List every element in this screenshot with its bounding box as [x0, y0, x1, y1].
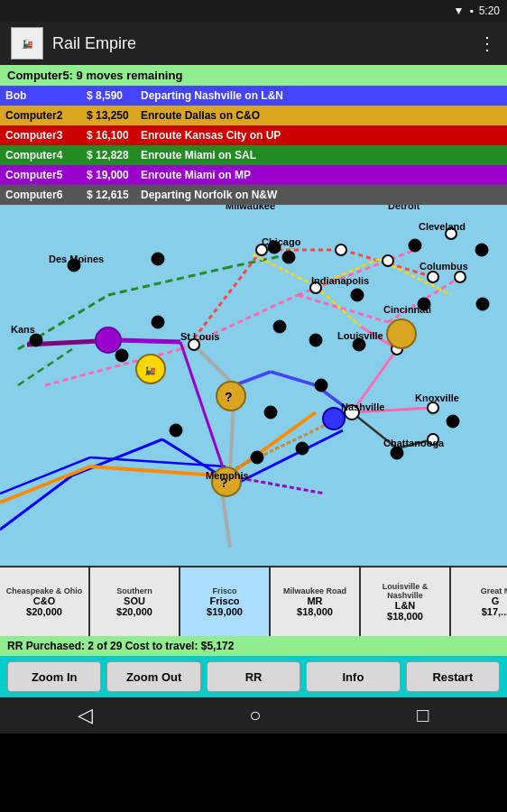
- player-row-c6: Computer6 $ 12,615 Departing Norfolk on …: [0, 185, 507, 205]
- map-area[interactable]: 🚂 ? ? Milwaukee Chicago Des Moines Detro…: [0, 205, 507, 566]
- battery-icon: ▪: [469, 5, 473, 17]
- rr-full-0: Cheaspeake & Ohio: [6, 586, 83, 595]
- svg-point-76: [296, 442, 309, 455]
- svg-point-46: [336, 245, 346, 255]
- rr-abbr-4: L&N: [395, 600, 416, 611]
- svg-point-71: [115, 349, 128, 362]
- player-status-c4: Enroute Miami on SAL: [141, 149, 502, 161]
- svg-point-65: [476, 298, 489, 310]
- svg-point-77: [251, 451, 263, 464]
- player-name-c3: Computer3: [5, 129, 87, 142]
- rr-price-5: $17,...: [482, 606, 507, 617]
- player-money-c2: $ 13,250: [87, 109, 141, 122]
- time-display: 5:20: [479, 5, 500, 17]
- info-button[interactable]: Info: [306, 661, 400, 692]
- rr-price-2: $19,000: [207, 606, 243, 617]
- svg-point-63: [475, 244, 488, 256]
- rr-price-3: $18,000: [297, 606, 333, 617]
- player-status-c6: Departing Norfolk on N&W: [141, 189, 502, 201]
- home-icon[interactable]: ○: [249, 704, 261, 727]
- back-icon[interactable]: ◁: [78, 704, 93, 727]
- svg-point-58: [409, 239, 421, 252]
- rr-abbr-3: MR: [307, 595, 322, 606]
- svg-point-67: [30, 334, 42, 346]
- title-bar: 🚂 Rail Empire ⋮: [0, 22, 507, 65]
- rr-card-0[interactable]: Cheaspeake & Ohio C&O $20,000: [0, 567, 90, 636]
- rr-cards-container: Cheaspeake & Ohio C&O $20,000 Southern S…: [0, 566, 507, 636]
- rr-card-5[interactable]: Great N G $17,...: [451, 567, 507, 636]
- svg-point-59: [351, 289, 364, 301]
- player-row-c4: Computer4 $ 12,828 Enroute Miami on SAL: [0, 145, 507, 165]
- svg-text:Cincinnati: Cincinnati: [383, 304, 431, 315]
- player-row-c3: Computer3 $ 16,100 Enroute Kansas City o…: [0, 125, 507, 145]
- rr-abbr-2: Frisco: [209, 595, 239, 606]
- svg-text:Indianapolis: Indianapolis: [311, 275, 369, 286]
- rr-price-1: $20,000: [116, 606, 152, 617]
- svg-text:Cleveland: Cleveland: [419, 221, 466, 232]
- app-logo: 🚂: [11, 27, 43, 60]
- player-name-c4: Computer4: [5, 149, 87, 161]
- computer-status: Computer5: 9 moves remaining: [0, 65, 507, 86]
- rr-full-3: Milwaukee Road: [283, 586, 346, 595]
- rr-card-1[interactable]: Southern SOU $20,000: [90, 567, 180, 636]
- rr-full-5: Great N: [481, 586, 507, 595]
- restart-button[interactable]: Restart: [406, 661, 500, 692]
- app-title: Rail Empire: [52, 34, 136, 53]
- svg-text:🚂: 🚂: [144, 364, 156, 376]
- info-text: RR Purchased: 2 of 29 Cost to travel: $5…: [7, 640, 234, 652]
- svg-text:?: ?: [225, 390, 233, 404]
- svg-point-48: [383, 255, 393, 266]
- rr-card-3[interactable]: Milwaukee Road MR $18,000: [271, 567, 361, 636]
- player-status-c5: Enroute Miami on MP: [141, 169, 502, 181]
- svg-line-21: [117, 340, 180, 342]
- player-status-c3: Enroute Kansas City on UP: [141, 129, 502, 142]
- svg-text:Des Moines: Des Moines: [49, 254, 104, 264]
- player-row-c2: Computer2 $ 13,250 Enroute Dallas on C&O: [0, 106, 507, 125]
- player-name-c2: Computer2: [5, 109, 87, 122]
- player-row-c5: Computer5 $ 19,000 Enroute Miami on MP: [0, 165, 507, 185]
- svg-point-49: [428, 272, 438, 282]
- svg-text:Chicago: Chicago: [262, 236, 301, 247]
- svg-text:Kans: Kans: [11, 324, 35, 335]
- svg-point-75: [170, 424, 182, 437]
- svg-point-79: [447, 415, 459, 428]
- svg-point-73: [309, 334, 322, 346]
- svg-text:Knoxville: Knoxville: [415, 392, 459, 403]
- menu-icon[interactable]: ⋮: [478, 32, 496, 54]
- player-row-bob: Bob $ 8,590 Departing Nashville on L&N: [0, 86, 507, 106]
- player-money-c6: $ 12,615: [87, 189, 141, 201]
- rr-card-4[interactable]: Louisville & Nashville L&N $18,000: [361, 567, 451, 636]
- recents-icon[interactable]: □: [417, 704, 429, 727]
- player-money-c4: $ 12,828: [87, 149, 141, 161]
- svg-text:Columbus: Columbus: [419, 261, 468, 272]
- rr-full-4: Louisville & Nashville: [364, 582, 446, 600]
- nav-bar: ◁ ○ □: [0, 697, 507, 734]
- wifi-icon: ▼: [453, 5, 464, 17]
- rr-card-2[interactable]: Frisco Frisco $19,000: [180, 567, 271, 636]
- zoom-out-button[interactable]: Zoom Out: [106, 661, 200, 692]
- player-money-bob: $ 8,590: [87, 89, 141, 102]
- rr-abbr-5: G: [492, 595, 500, 606]
- svg-point-88: [387, 319, 416, 348]
- player-status-bob: Departing Nashville on L&N: [141, 89, 502, 102]
- svg-point-51: [455, 272, 466, 282]
- svg-text:Nashville: Nashville: [341, 401, 384, 412]
- bottom-buttons: Zoom In Zoom Out RR Info Restart: [0, 656, 507, 697]
- player-name-c6: Computer6: [5, 189, 87, 201]
- player-name-bob: Bob: [5, 89, 87, 102]
- svg-point-55: [428, 402, 438, 413]
- rr-button[interactable]: RR: [207, 661, 300, 692]
- player-money-c3: $ 16,100: [87, 129, 141, 142]
- player-status-c2: Enroute Dallas on C&O: [141, 109, 502, 122]
- rr-price-4: $18,000: [387, 611, 423, 622]
- rr-full-2: Frisco: [212, 586, 236, 595]
- rr-full-1: Southern: [116, 586, 152, 595]
- svg-point-61: [282, 251, 295, 263]
- rr-abbr-0: C&O: [33, 595, 55, 606]
- player-name-c5: Computer5: [5, 169, 87, 181]
- svg-point-66: [315, 379, 327, 392]
- svg-point-69: [152, 253, 164, 265]
- zoom-in-button[interactable]: Zoom In: [7, 661, 101, 692]
- svg-point-78: [391, 447, 403, 459]
- svg-point-74: [264, 406, 277, 419]
